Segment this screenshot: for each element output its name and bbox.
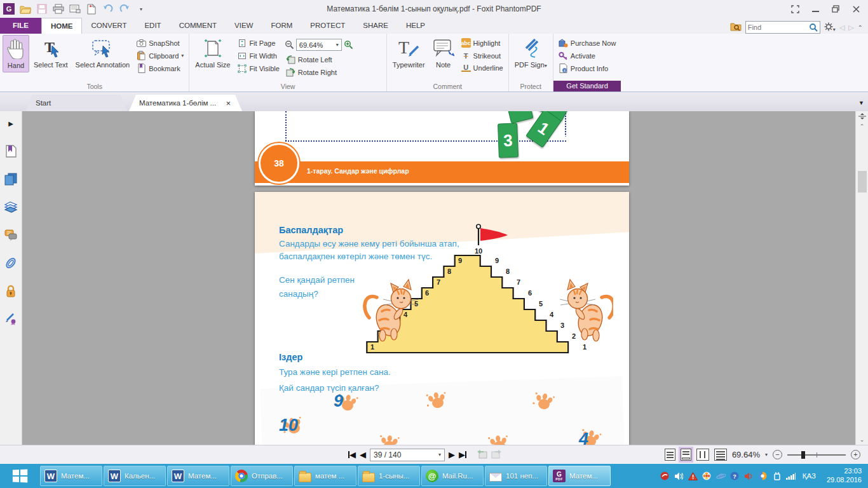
bookmarks-panel-icon[interactable] — [4, 144, 18, 158]
print-icon[interactable] — [52, 3, 65, 15]
search-icon[interactable] — [809, 23, 818, 32]
single-page-view-icon[interactable] — [665, 449, 675, 461]
tab-form[interactable]: FORM — [262, 18, 301, 34]
close-icon[interactable] — [846, 2, 865, 16]
document-area[interactable]: 3 1 38 1-тарау. Сандар және цифрлар Басп… — [22, 111, 855, 445]
strikeout-button[interactable]: T Strikeout — [459, 50, 506, 61]
tab-view[interactable]: VIEW — [226, 18, 262, 34]
continuous-facing-view-icon[interactable] — [714, 449, 727, 461]
power-plug-icon[interactable] — [772, 471, 782, 481]
purchase-now-button[interactable]: Purchase Now — [556, 37, 619, 48]
taskbar-button-mail[interactable]: 101 неп... — [485, 466, 547, 486]
tray-app-icon-globe[interactable] — [758, 471, 768, 481]
save-icon[interactable] — [36, 3, 48, 15]
collapse-ribbon-icon[interactable]: ⌃ — [858, 24, 863, 31]
security-panel-icon[interactable] — [4, 284, 18, 298]
warning-icon[interactable] — [688, 471, 698, 481]
network-signal-icon[interactable] — [786, 471, 796, 481]
zoom-out-button[interactable]: − — [773, 450, 782, 459]
tab-protect[interactable]: PROTECT — [301, 18, 354, 34]
scrollbar-split-icon[interactable] — [856, 111, 868, 121]
tab-convert[interactable]: CONVERT — [82, 18, 135, 34]
tab-edit[interactable]: EDIT — [135, 18, 170, 34]
product-info-button[interactable]: i Product Info — [556, 63, 619, 74]
redo-icon[interactable] — [118, 3, 131, 15]
find-previous-icon[interactable]: ◁ — [839, 24, 844, 32]
scrollbar-track[interactable] — [856, 132, 868, 435]
attachments-panel-icon[interactable] — [4, 256, 18, 270]
fit-visible-button[interactable]: Fit Visible — [234, 63, 281, 74]
select-annotation-button[interactable]: Select Annotation — [72, 35, 133, 71]
doc-tab-start[interactable]: Start — [25, 95, 127, 111]
tab-help[interactable]: HELP — [397, 18, 434, 34]
underline-button[interactable]: U Underline — [459, 63, 506, 72]
taskbar-clock[interactable]: 23:0329.08.2016 — [823, 467, 862, 485]
customize-toolbar-icon[interactable]: ▾ — [135, 3, 147, 15]
clipboard-button[interactable]: Clipboard ▾ — [134, 50, 186, 61]
facing-view-icon[interactable] — [696, 449, 709, 461]
hand-tool-button[interactable]: Hand — [3, 35, 29, 72]
actual-size-button[interactable]: Actual Size — [192, 35, 233, 71]
start-button[interactable] — [0, 464, 39, 488]
comments-panel-icon[interactable] — [4, 228, 18, 242]
scrollbar-thumb[interactable] — [858, 171, 867, 193]
zoom-out-icon[interactable] — [285, 40, 294, 50]
taskbar-button-word-1[interactable]: WМатем... — [40, 466, 102, 486]
tray-app-icon-helper[interactable]: ? — [730, 471, 740, 481]
rotate-right-button[interactable]: Rotate Right — [283, 67, 384, 78]
expand-panel-icon[interactable]: ▶ — [4, 116, 18, 130]
zoom-level-combobox[interactable]: 69.64%▾ — [296, 39, 342, 51]
select-text-button[interactable]: T Select Text — [31, 35, 71, 71]
pdf-sign-button[interactable]: PDF Sign▾ — [512, 35, 550, 71]
find-input[interactable] — [748, 24, 809, 31]
create-pdf-icon[interactable]: * — [85, 3, 98, 15]
tab-home[interactable]: HOME — [41, 18, 83, 34]
pages-panel-icon[interactable] — [4, 172, 18, 186]
fit-width-button[interactable]: Fit Width — [234, 50, 281, 61]
zoom-slider-thumb[interactable] — [801, 451, 805, 459]
doc-tab-close-icon[interactable]: × — [224, 98, 232, 108]
taskbar-button-word-2[interactable]: WКальен... — [104, 466, 166, 486]
taskbar-button-foxit-active[interactable]: GPDFМатем... — [548, 466, 611, 486]
open-file-icon[interactable] — [19, 3, 32, 15]
fit-page-button[interactable]: Fit Page — [234, 37, 281, 48]
layers-panel-icon[interactable] — [4, 200, 18, 214]
taskbar-button-word-3[interactable]: WМатем... — [167, 466, 229, 486]
zoom-in-icon[interactable] — [344, 40, 353, 50]
tab-comment[interactable]: COMMENT — [170, 18, 226, 34]
find-next-icon[interactable]: ▷ — [848, 24, 853, 32]
search-folder-icon[interactable] — [730, 22, 742, 33]
continuous-view-icon[interactable] — [681, 449, 691, 461]
tray-app-icon-planet[interactable] — [716, 471, 726, 481]
email-icon[interactable] — [69, 3, 81, 15]
next-page-button[interactable]: ▶ — [449, 450, 455, 459]
tab-list-dropdown-icon[interactable]: ▼ — [858, 100, 864, 106]
get-standard-label[interactable]: Get Standard — [553, 81, 621, 92]
volume-mixer-red-icon[interactable] — [744, 471, 754, 481]
minimize-icon[interactable] — [806, 2, 825, 16]
typewriter-button[interactable]: T Typewriter — [390, 35, 428, 71]
rotate-left-button[interactable]: Rotate Left — [283, 54, 384, 65]
previous-view-icon[interactable] — [477, 449, 487, 461]
taskbar-button-mailru[interactable]: @Mail.Ru... — [421, 466, 484, 486]
foxit-logo-icon[interactable]: G — [3, 3, 15, 15]
tab-share[interactable]: SHARE — [354, 18, 397, 34]
activate-button[interactable]: Activate — [556, 50, 619, 61]
volume-icon[interactable] — [674, 471, 684, 481]
zoom-dropdown-icon[interactable]: ▾ — [765, 452, 768, 458]
find-settings-gear-icon[interactable]: ▾ — [824, 22, 836, 33]
zoom-in-button[interactable]: + — [851, 450, 860, 459]
tray-app-icon-red[interactable] — [660, 471, 670, 481]
previous-page-button[interactable]: ◀ — [360, 450, 366, 459]
taskbar-button-folder-1[interactable]: матем ... — [294, 466, 356, 486]
fullscreen-icon[interactable] — [785, 2, 804, 16]
restore-icon[interactable] — [826, 2, 845, 16]
tray-app-icon-flower[interactable] — [702, 471, 712, 481]
scroll-down-icon[interactable]: ⌄ — [856, 435, 868, 445]
zoom-slider[interactable] — [787, 454, 846, 456]
snapshot-button[interactable]: SnapShot — [134, 37, 186, 48]
undo-icon[interactable] — [102, 3, 114, 15]
signature-panel-icon[interactable] — [4, 312, 18, 326]
doc-tab-current[interactable]: Математика 1-бөлім ... × — [129, 95, 242, 111]
language-indicator[interactable]: ҚАЗ — [800, 472, 818, 480]
